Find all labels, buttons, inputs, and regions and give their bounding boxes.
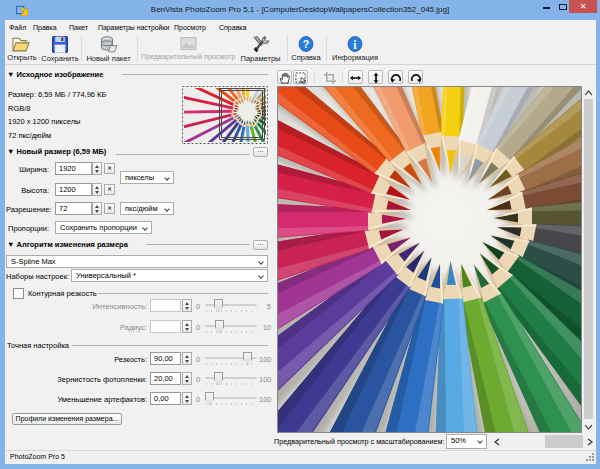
svg-text:?: ? <box>303 38 310 50</box>
